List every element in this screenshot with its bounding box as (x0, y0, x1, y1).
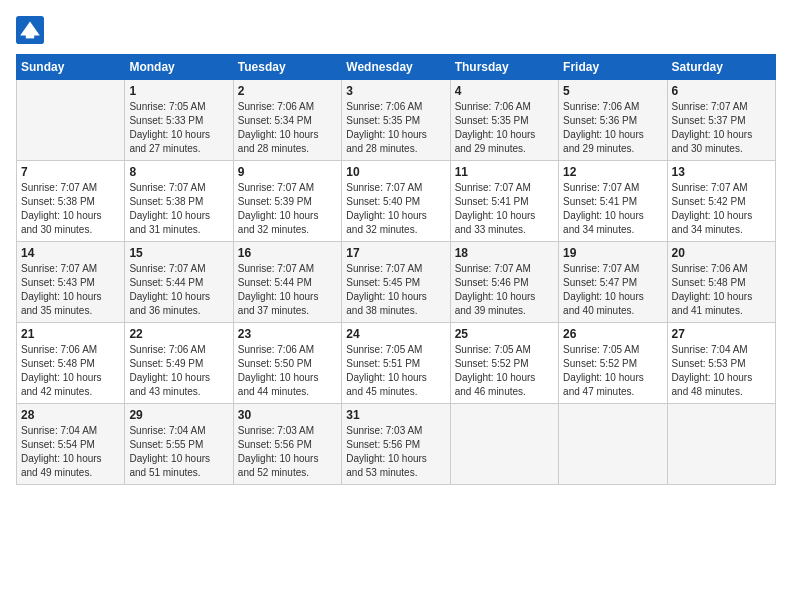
day-info: Sunrise: 7:07 AMSunset: 5:45 PMDaylight:… (346, 262, 445, 318)
day-number: 4 (455, 84, 554, 98)
day-info: Sunrise: 7:06 AMSunset: 5:48 PMDaylight:… (672, 262, 771, 318)
day-number: 18 (455, 246, 554, 260)
calendar-cell: 31Sunrise: 7:03 AMSunset: 5:56 PMDayligh… (342, 404, 450, 485)
day-info: Sunrise: 7:07 AMSunset: 5:41 PMDaylight:… (455, 181, 554, 237)
day-number: 22 (129, 327, 228, 341)
calendar-header (16, 16, 776, 44)
calendar-cell: 7Sunrise: 7:07 AMSunset: 5:38 PMDaylight… (17, 161, 125, 242)
calendar-cell: 27Sunrise: 7:04 AMSunset: 5:53 PMDayligh… (667, 323, 775, 404)
calendar-cell: 23Sunrise: 7:06 AMSunset: 5:50 PMDayligh… (233, 323, 341, 404)
calendar-cell: 26Sunrise: 7:05 AMSunset: 5:52 PMDayligh… (559, 323, 667, 404)
calendar-cell: 16Sunrise: 7:07 AMSunset: 5:44 PMDayligh… (233, 242, 341, 323)
day-info: Sunrise: 7:07 AMSunset: 5:46 PMDaylight:… (455, 262, 554, 318)
calendar-cell: 2Sunrise: 7:06 AMSunset: 5:34 PMDaylight… (233, 80, 341, 161)
day-number: 16 (238, 246, 337, 260)
day-info: Sunrise: 7:04 AMSunset: 5:53 PMDaylight:… (672, 343, 771, 399)
day-number: 6 (672, 84, 771, 98)
weekday-header-thursday: Thursday (450, 55, 558, 80)
day-info: Sunrise: 7:06 AMSunset: 5:34 PMDaylight:… (238, 100, 337, 156)
day-number: 11 (455, 165, 554, 179)
calendar-cell: 5Sunrise: 7:06 AMSunset: 5:36 PMDaylight… (559, 80, 667, 161)
day-number: 25 (455, 327, 554, 341)
day-info: Sunrise: 7:05 AMSunset: 5:52 PMDaylight:… (563, 343, 662, 399)
calendar-cell (450, 404, 558, 485)
day-info: Sunrise: 7:07 AMSunset: 5:47 PMDaylight:… (563, 262, 662, 318)
day-info: Sunrise: 7:07 AMSunset: 5:38 PMDaylight:… (129, 181, 228, 237)
day-number: 26 (563, 327, 662, 341)
day-info: Sunrise: 7:05 AMSunset: 5:52 PMDaylight:… (455, 343, 554, 399)
day-info: Sunrise: 7:07 AMSunset: 5:39 PMDaylight:… (238, 181, 337, 237)
day-info: Sunrise: 7:07 AMSunset: 5:38 PMDaylight:… (21, 181, 120, 237)
calendar-cell: 3Sunrise: 7:06 AMSunset: 5:35 PMDaylight… (342, 80, 450, 161)
day-number: 31 (346, 408, 445, 422)
calendar-cell (667, 404, 775, 485)
week-row-4: 21Sunrise: 7:06 AMSunset: 5:48 PMDayligh… (17, 323, 776, 404)
day-number: 3 (346, 84, 445, 98)
day-info: Sunrise: 7:04 AMSunset: 5:54 PMDaylight:… (21, 424, 120, 480)
day-info: Sunrise: 7:07 AMSunset: 5:42 PMDaylight:… (672, 181, 771, 237)
day-number: 20 (672, 246, 771, 260)
calendar-table: SundayMondayTuesdayWednesdayThursdayFrid… (16, 54, 776, 485)
day-number: 29 (129, 408, 228, 422)
day-info: Sunrise: 7:06 AMSunset: 5:35 PMDaylight:… (455, 100, 554, 156)
day-number: 12 (563, 165, 662, 179)
calendar-container: SundayMondayTuesdayWednesdayThursdayFrid… (0, 0, 792, 495)
calendar-cell: 18Sunrise: 7:07 AMSunset: 5:46 PMDayligh… (450, 242, 558, 323)
day-info: Sunrise: 7:04 AMSunset: 5:55 PMDaylight:… (129, 424, 228, 480)
day-info: Sunrise: 7:05 AMSunset: 5:51 PMDaylight:… (346, 343, 445, 399)
day-info: Sunrise: 7:07 AMSunset: 5:41 PMDaylight:… (563, 181, 662, 237)
week-row-3: 14Sunrise: 7:07 AMSunset: 5:43 PMDayligh… (17, 242, 776, 323)
day-number: 30 (238, 408, 337, 422)
day-info: Sunrise: 7:07 AMSunset: 5:37 PMDaylight:… (672, 100, 771, 156)
calendar-cell: 13Sunrise: 7:07 AMSunset: 5:42 PMDayligh… (667, 161, 775, 242)
weekday-header-wednesday: Wednesday (342, 55, 450, 80)
day-info: Sunrise: 7:06 AMSunset: 5:49 PMDaylight:… (129, 343, 228, 399)
weekday-header-friday: Friday (559, 55, 667, 80)
day-info: Sunrise: 7:06 AMSunset: 5:36 PMDaylight:… (563, 100, 662, 156)
calendar-cell: 9Sunrise: 7:07 AMSunset: 5:39 PMDaylight… (233, 161, 341, 242)
calendar-cell: 30Sunrise: 7:03 AMSunset: 5:56 PMDayligh… (233, 404, 341, 485)
calendar-cell (17, 80, 125, 161)
day-number: 14 (21, 246, 120, 260)
calendar-cell (559, 404, 667, 485)
day-info: Sunrise: 7:07 AMSunset: 5:43 PMDaylight:… (21, 262, 120, 318)
weekday-header-tuesday: Tuesday (233, 55, 341, 80)
calendar-cell: 19Sunrise: 7:07 AMSunset: 5:47 PMDayligh… (559, 242, 667, 323)
calendar-cell: 29Sunrise: 7:04 AMSunset: 5:55 PMDayligh… (125, 404, 233, 485)
weekday-header-saturday: Saturday (667, 55, 775, 80)
day-info: Sunrise: 7:06 AMSunset: 5:48 PMDaylight:… (21, 343, 120, 399)
day-number: 24 (346, 327, 445, 341)
day-number: 19 (563, 246, 662, 260)
day-number: 28 (21, 408, 120, 422)
weekday-header-sunday: Sunday (17, 55, 125, 80)
day-number: 1 (129, 84, 228, 98)
week-row-2: 7Sunrise: 7:07 AMSunset: 5:38 PMDaylight… (17, 161, 776, 242)
day-info: Sunrise: 7:06 AMSunset: 5:35 PMDaylight:… (346, 100, 445, 156)
day-info: Sunrise: 7:05 AMSunset: 5:33 PMDaylight:… (129, 100, 228, 156)
calendar-cell: 24Sunrise: 7:05 AMSunset: 5:51 PMDayligh… (342, 323, 450, 404)
day-info: Sunrise: 7:07 AMSunset: 5:40 PMDaylight:… (346, 181, 445, 237)
day-number: 9 (238, 165, 337, 179)
day-info: Sunrise: 7:07 AMSunset: 5:44 PMDaylight:… (129, 262, 228, 318)
calendar-cell: 15Sunrise: 7:07 AMSunset: 5:44 PMDayligh… (125, 242, 233, 323)
day-number: 8 (129, 165, 228, 179)
day-number: 13 (672, 165, 771, 179)
week-row-1: 1Sunrise: 7:05 AMSunset: 5:33 PMDaylight… (17, 80, 776, 161)
weekday-header-monday: Monday (125, 55, 233, 80)
calendar-cell: 28Sunrise: 7:04 AMSunset: 5:54 PMDayligh… (17, 404, 125, 485)
day-number: 2 (238, 84, 337, 98)
logo (16, 16, 46, 44)
svg-rect-2 (26, 31, 34, 38)
day-number: 10 (346, 165, 445, 179)
calendar-cell: 25Sunrise: 7:05 AMSunset: 5:52 PMDayligh… (450, 323, 558, 404)
day-number: 23 (238, 327, 337, 341)
calendar-cell: 1Sunrise: 7:05 AMSunset: 5:33 PMDaylight… (125, 80, 233, 161)
calendar-cell: 21Sunrise: 7:06 AMSunset: 5:48 PMDayligh… (17, 323, 125, 404)
logo-icon (16, 16, 44, 44)
day-number: 7 (21, 165, 120, 179)
day-number: 17 (346, 246, 445, 260)
day-number: 5 (563, 84, 662, 98)
weekday-header-row: SundayMondayTuesdayWednesdayThursdayFrid… (17, 55, 776, 80)
calendar-cell: 22Sunrise: 7:06 AMSunset: 5:49 PMDayligh… (125, 323, 233, 404)
calendar-cell: 4Sunrise: 7:06 AMSunset: 5:35 PMDaylight… (450, 80, 558, 161)
